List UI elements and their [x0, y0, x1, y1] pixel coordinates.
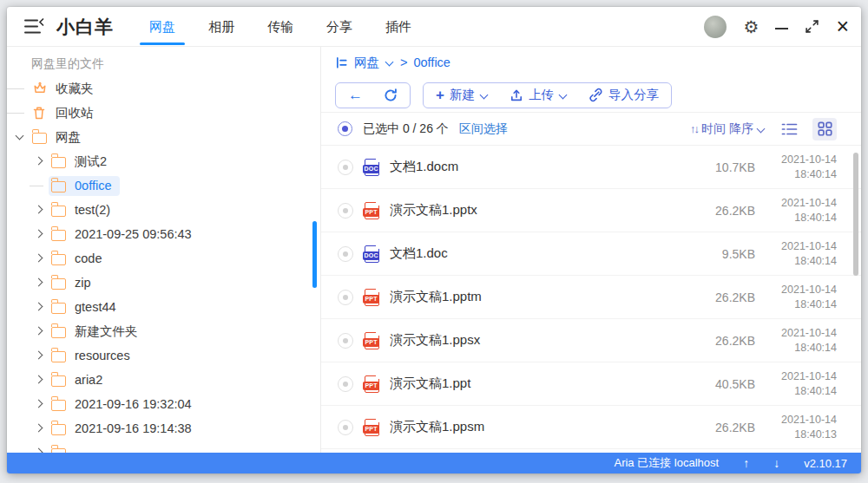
chevron-down-icon [480, 91, 489, 100]
sidebar-folder-item[interactable]: 回收站 [7, 101, 320, 125]
list-view-button[interactable] [777, 118, 801, 140]
tree-expander-icon[interactable] [12, 130, 30, 144]
file-name[interactable]: 文档1.docm [390, 159, 458, 175]
tree-expander-icon[interactable] [31, 373, 49, 387]
sidebar-folder-item[interactable]: zip [7, 271, 320, 295]
folder-icon [51, 303, 66, 314]
sidebar-folder-item[interactable]: 2021-09-16 19:14:38 [7, 416, 320, 441]
sidebar-folder-item[interactable]: 新建文件夹 [7, 319, 320, 343]
file-radio-icon[interactable] [338, 160, 353, 175]
sidebar-item-label: resources [75, 349, 130, 362]
tree-expander-icon[interactable] [31, 421, 49, 435]
file-row[interactable]: DOC 文档1.docm 10.7KB 2021-10-1418:40:14 [321, 146, 861, 189]
tree-expander-icon [12, 82, 30, 95]
tree-expander-icon[interactable] [31, 300, 49, 314]
file-name[interactable]: 演示文稿1.ppsm [390, 419, 484, 435]
file-type-badge: DOC [363, 251, 379, 260]
tree-expander-icon[interactable] [31, 227, 49, 241]
sort-control[interactable]: ↑↓ 时间 降序 [690, 121, 766, 137]
tree-expander-icon[interactable] [31, 324, 49, 338]
settings-gear-icon[interactable]: ⚙ [743, 18, 759, 36]
tree-expander-icon[interactable] [31, 349, 49, 362]
grid-view-button[interactable] [812, 118, 837, 140]
folder-icon [51, 278, 66, 290]
file-row[interactable]: PPT 演示文稿1.ppsx 26.2KB 2021-10-1418:40:14 [321, 319, 861, 362]
new-button[interactable]: + 新建 [425, 83, 499, 108]
breadcrumb-root[interactable]: 网盘 [354, 55, 379, 71]
file-radio-icon[interactable] [338, 290, 353, 305]
sidebar-folder-item[interactable]: 收藏夹 [7, 76, 320, 101]
close-button[interactable]: × [836, 16, 849, 37]
user-avatar[interactable] [704, 16, 727, 38]
back-button[interactable]: ← [338, 83, 373, 108]
sidebar-folder-item[interactable]: 网盘 [7, 125, 320, 149]
file-row[interactable]: PPT 演示文稿1.pptx 26.2KB 2021-10-1418:40:14 [321, 189, 861, 232]
sidebar-scrollbar-thumb[interactable] [312, 221, 317, 288]
sidebar-folder-item[interactable]: 0office [7, 173, 320, 198]
menu-fold-icon[interactable] [23, 18, 45, 35]
sidebar-folder-item[interactable]: code [7, 246, 320, 271]
sidebar-folder-item[interactable]: 2021-09-25 09:56:43 [7, 222, 320, 246]
upload-button[interactable]: 上传 [499, 83, 578, 108]
file-name[interactable]: 演示文稿1.ppt [390, 375, 470, 392]
select-all-radio-icon[interactable] [338, 121, 352, 136]
sidebar-folder-item[interactable]: gtest44 [7, 295, 320, 319]
file-radio-icon[interactable] [338, 203, 353, 219]
tree-expander-icon[interactable] [31, 446, 49, 453]
file-name[interactable]: 演示文稿1.pptm [390, 289, 482, 305]
tree-expander-icon[interactable] [31, 276, 49, 290]
sidebar-folder-item[interactable] [7, 441, 320, 453]
file-row[interactable]: PPT 演示文稿1.ppsm 26.2KB 2021-10-1418:40:13 [321, 406, 861, 449]
file-type-badge: PPT [363, 338, 379, 347]
file-radio-icon[interactable] [338, 333, 353, 349]
breadcrumb-current[interactable]: 0office [413, 55, 450, 69]
tree-expander-icon[interactable] [31, 154, 49, 168]
folder-icon [51, 230, 66, 241]
folder-icon [51, 327, 66, 338]
file-type-badge: PPT [363, 382, 379, 390]
upload-icon [510, 88, 523, 102]
import-share-button[interactable]: 导入分享 [578, 83, 669, 108]
file-size: 26.2KB [715, 334, 755, 348]
sidebar-folder-item[interactable]: resources [7, 343, 320, 368]
nav-tab[interactable]: 传输 [251, 7, 310, 47]
sidebar-folder-item[interactable]: aria2 [7, 368, 320, 392]
nav-tabs: 网盘 相册 传输 分享 插件 [133, 7, 428, 47]
file-name[interactable]: 演示文稿1.pptx [390, 202, 477, 219]
nav-tab[interactable]: 分享 [310, 7, 369, 47]
file-type-icon: PPT [365, 332, 379, 349]
folder-icon [32, 133, 47, 144]
nav-tab[interactable]: 插件 [369, 7, 428, 47]
tree-expander-icon[interactable] [31, 251, 49, 265]
file-row[interactable]: PPT 演示文稿1.pptm 26.2KB 2021-10-1418:40:14 [321, 276, 861, 319]
nav-tab[interactable]: 网盘 [133, 7, 192, 47]
download-status-arrow-icon[interactable]: ↓ [773, 456, 779, 470]
chevron-down-icon[interactable] [385, 58, 394, 67]
sidebar-item-label: 测试2 [75, 153, 107, 170]
chevron-down-icon [757, 125, 766, 134]
sidebar-item-label: zip [75, 276, 91, 290]
tree-expander-icon[interactable] [31, 397, 49, 411]
file-radio-icon[interactable] [338, 376, 353, 392]
file-radio-icon[interactable] [338, 246, 353, 262]
maximize-button[interactable] [805, 19, 819, 34]
file-row[interactable]: PPT 演示文稿1.ppt 40.5KB 2021-10-1418:40:14 [321, 362, 861, 406]
file-name[interactable]: 演示文稿1.ppsx [390, 332, 480, 349]
range-select-link[interactable]: 区间选择 [459, 121, 508, 137]
sidebar-folder-item[interactable]: 测试2 [7, 149, 320, 173]
file-radio-icon[interactable] [338, 420, 353, 435]
file-name[interactable]: 文档1.doc [390, 245, 448, 262]
list-view-icon [781, 122, 798, 136]
file-row[interactable]: DOC 文档1.doc 9.5KB 2021-10-1418:40:14 [321, 232, 861, 276]
upload-status-arrow-icon[interactable]: ↑ [743, 456, 749, 470]
file-list-scrollbar-thumb[interactable] [853, 153, 858, 276]
folder-icon [51, 181, 66, 193]
nav-tab[interactable]: 相册 [192, 7, 251, 47]
sidebar-folder-item[interactable]: 2021-09-16 19:32:04 [7, 392, 320, 416]
sidebar-item-label: 0office [75, 179, 111, 193]
refresh-button[interactable] [373, 83, 408, 108]
sort-arrows-icon: ↑↓ [690, 122, 698, 135]
tree-expander-icon[interactable] [31, 203, 49, 217]
sidebar-folder-item[interactable]: test(2) [7, 198, 320, 222]
minimize-button[interactable] [775, 24, 788, 29]
